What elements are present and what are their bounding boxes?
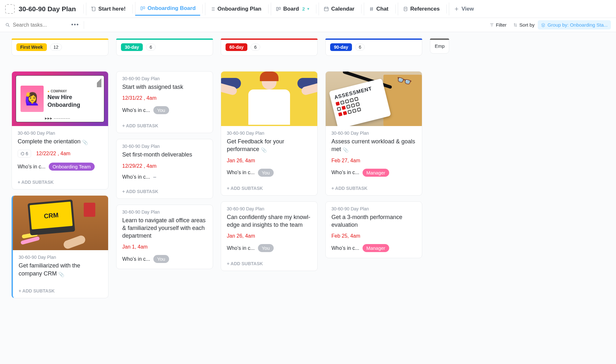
card-project[interactable]: 30-60-90 Day Plan bbox=[227, 131, 312, 136]
due-date[interactable]: Jan 26, 4am bbox=[227, 158, 255, 163]
card-title[interactable]: Can confidently share my knowl­edge and … bbox=[227, 213, 312, 229]
column-header[interactable]: First Week 12 bbox=[12, 38, 108, 56]
group-by-button[interactable]: Group by: Onboarding Sta... bbox=[538, 20, 611, 30]
due-date[interactable]: 12/29/22 , 4am bbox=[122, 163, 157, 169]
card-title[interactable]: Complete the orientation 📎 bbox=[18, 138, 102, 145]
task-card[interactable]: 30-60-90 Day PlanGet a 3-month performan… bbox=[325, 201, 422, 258]
add-subtask-button[interactable]: + ADD SUBTASK bbox=[221, 258, 317, 271]
chevron-down-icon[interactable]: ▾ bbox=[307, 7, 309, 11]
card-project[interactable]: 30-60-90 Day Plan bbox=[18, 131, 102, 136]
card-cover-hero: COMPANY New Hire Onboarding ▶▶▶ ─────── bbox=[12, 72, 108, 126]
card-title[interactable]: Learn to navigate all office areas & fam… bbox=[122, 216, 207, 240]
count-badge: 12 bbox=[50, 44, 62, 51]
task-card[interactable]: 30-60-90 Day PlanSet first-month deliver… bbox=[116, 139, 213, 199]
add-subtask-button[interactable]: + ADD SUBTASK bbox=[13, 285, 108, 298]
stage-pill[interactable]: 30-day bbox=[121, 43, 143, 51]
plus-icon bbox=[454, 6, 459, 12]
svg-rect-2 bbox=[143, 7, 145, 9]
who-label: Who's in c... bbox=[122, 107, 150, 113]
tab-onboarding-board[interactable]: Onboarding Board bbox=[135, 2, 200, 16]
tab-references[interactable]: References bbox=[398, 3, 444, 15]
card-project[interactable]: 30-60-90 Day Plan bbox=[19, 255, 102, 260]
count-badge: 6 bbox=[355, 44, 365, 51]
add-subtask-button[interactable]: + ADD SUBTASK bbox=[221, 182, 317, 195]
card-title[interactable]: Set first-month deliverables bbox=[122, 151, 207, 158]
tab-label: Onboarding Plan bbox=[218, 6, 261, 12]
card-project[interactable]: 30-60-90 Day Plan bbox=[122, 209, 207, 215]
task-card[interactable]: COMPANY New Hire Onboarding ▶▶▶ ─────── … bbox=[12, 71, 108, 190]
separator bbox=[361, 4, 362, 13]
task-card[interactable]: 30-60-90 Day PlanGet Feedback for your p… bbox=[221, 71, 318, 196]
column-header[interactable]: 90-day 6 bbox=[325, 38, 422, 56]
attachment-icon[interactable]: 📎 bbox=[261, 147, 267, 153]
card-project[interactable]: 30-60-90 Day Plan bbox=[122, 76, 207, 81]
column-header[interactable]: 30-day 6 bbox=[116, 38, 213, 56]
column-90: 90-day 6 👓 ASSESSMENT 30-60-90 Day PlanA… bbox=[325, 38, 422, 264]
tab-start-here[interactable]: Start here! bbox=[86, 3, 130, 15]
stage-pill[interactable]: 60-day bbox=[226, 43, 247, 51]
due-date[interactable]: Feb 25, 4am bbox=[331, 233, 360, 239]
subtask-count[interactable]: ⌬ 6 bbox=[18, 150, 31, 157]
card-project[interactable]: 30-60-90 Day Plan bbox=[331, 131, 416, 136]
column-header[interactable]: 60-day 6 bbox=[221, 38, 318, 56]
card-title[interactable]: Get Feedback for your performance 📎 bbox=[227, 138, 312, 153]
play-indicator: ▶▶▶ ─────── bbox=[45, 117, 70, 120]
sort-button[interactable]: Sort by bbox=[510, 20, 538, 30]
assignee-row: Who's in c...You bbox=[122, 106, 207, 114]
task-card[interactable]: 👓 ASSESSMENT 30-60-90 Day PlanAssess cur… bbox=[325, 71, 422, 196]
task-card[interactable]: CRM 30-60-90 Day PlanGet familiarized wi… bbox=[12, 195, 108, 298]
attachment-icon[interactable]: 📎 bbox=[82, 139, 88, 146]
separator bbox=[446, 4, 447, 13]
card-project[interactable]: 30-60-90 Day Plan bbox=[331, 206, 416, 211]
card-project[interactable]: 30-60-90 Day Plan bbox=[122, 144, 207, 149]
assignee-chip-you[interactable]: You bbox=[153, 106, 169, 114]
task-card[interactable]: 30-60-90 Day PlanLearn to navigate all o… bbox=[116, 205, 213, 269]
due-date[interactable]: Jan 1, 4am bbox=[122, 244, 148, 250]
add-subtask-button[interactable]: + ADD SUBTASK bbox=[326, 182, 422, 195]
column-30: 30-day 630-60-90 Day PlanStart with assi… bbox=[116, 38, 213, 275]
card-project[interactable]: 30-60-90 Day Plan bbox=[227, 206, 312, 211]
add-subtask-button[interactable]: + ADD SUBTASK bbox=[116, 120, 213, 133]
attachment-icon[interactable]: 📎 bbox=[343, 147, 349, 153]
tab-onboarding-plan[interactable]: Onboarding Plan bbox=[205, 3, 266, 15]
task-card[interactable]: 30-60-90 Day PlanStart with assigned tas… bbox=[116, 71, 213, 133]
assignee-chip-you[interactable]: You bbox=[258, 169, 274, 177]
assignee-chip-you[interactable]: You bbox=[153, 255, 169, 263]
filter-button[interactable]: Filter bbox=[486, 20, 510, 30]
who-label: Who's in c... bbox=[227, 245, 255, 251]
add-subtask-button[interactable]: + ADD SUBTASK bbox=[12, 176, 108, 189]
stage-pill[interactable]: 90-day bbox=[330, 43, 352, 51]
stage-pill[interactable]: First Week bbox=[16, 43, 47, 51]
assignee-chip-you[interactable]: You bbox=[258, 244, 274, 252]
tab-chat[interactable]: Chat bbox=[364, 3, 393, 15]
assignee-chip-manager[interactable]: Manager bbox=[363, 169, 389, 177]
due-date[interactable]: Jan 26, 4am bbox=[227, 233, 255, 239]
svg-rect-0 bbox=[92, 7, 95, 11]
card-title[interactable]: Start with assigned task bbox=[122, 83, 207, 91]
column-header[interactable]: Emp bbox=[430, 38, 449, 54]
due-date[interactable]: 12/22/22 , 4am bbox=[36, 151, 71, 156]
svg-rect-1 bbox=[141, 7, 142, 10]
card-title[interactable]: Get familiarized with the company CRM 📎 bbox=[19, 262, 102, 277]
task-card[interactable]: 30-60-90 Day PlanCan confidently share m… bbox=[221, 201, 318, 271]
assignee-chip-team[interactable]: Onboarding Team bbox=[49, 163, 95, 171]
card-title[interactable]: Get a 3-month performance evalua­tion bbox=[331, 213, 416, 229]
board-icon bbox=[140, 5, 146, 11]
tab-board[interactable]: Board 2 ▾ bbox=[271, 3, 314, 15]
who-label: Who's in c... bbox=[18, 164, 46, 170]
card-title[interactable]: Assess current workload & goals met 📎 bbox=[331, 138, 416, 153]
assignee-chip-manager[interactable]: Manager bbox=[363, 244, 389, 252]
attachment-icon[interactable]: 📎 bbox=[58, 271, 64, 278]
more-button[interactable]: ••• bbox=[71, 21, 79, 28]
due-date[interactable]: Feb 27, 4am bbox=[331, 158, 360, 163]
search[interactable] bbox=[5, 22, 67, 28]
separator bbox=[83, 4, 84, 13]
search-input[interactable] bbox=[13, 22, 67, 28]
add-view-label: View bbox=[461, 6, 474, 12]
due-date[interactable]: 12/31/22 , 4am bbox=[122, 95, 157, 101]
svg-point-7 bbox=[6, 23, 9, 26]
tab-calendar[interactable]: Calendar bbox=[319, 3, 359, 15]
add-view-button[interactable]: View bbox=[449, 3, 478, 15]
add-subtask-button[interactable]: + ADD SUBTASK bbox=[116, 186, 213, 199]
app-icon[interactable] bbox=[5, 4, 15, 14]
